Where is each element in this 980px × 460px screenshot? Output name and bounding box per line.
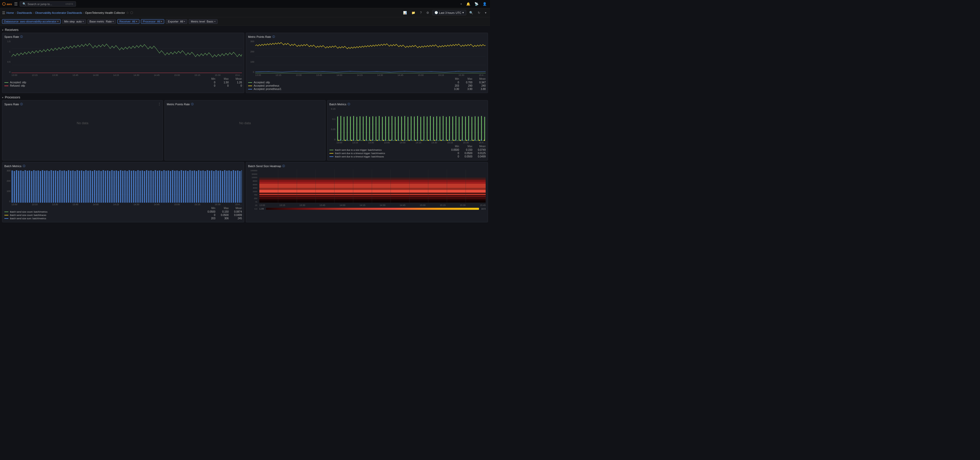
batch-metrics-right-x-axis: 13:00 13:15 13:30 13:45 14:00 14:15 14:3… <box>329 141 486 144</box>
favorite-icon[interactable]: ☆ <box>126 11 129 14</box>
nav-bar: ☰ Home › Dashboards › Observability Acce… <box>0 8 490 17</box>
svg-rect-184 <box>68 170 69 203</box>
svg-rect-248 <box>207 170 208 203</box>
svg-rect-146 <box>436 139 437 141</box>
svg-rect-108 <box>345 140 345 141</box>
svg-rect-286 <box>259 200 486 201</box>
plus-button[interactable]: + <box>459 1 463 6</box>
heatmap-y-axis: 100000 30000 10000 8000 6000 4000 2000 7… <box>248 170 258 210</box>
svg-rect-220 <box>146 170 147 203</box>
search-bar[interactable]: 🔍 Search or jump to... cmd+k <box>20 1 76 6</box>
batch-metrics-bottom-info-icon[interactable]: ⓘ <box>23 164 25 168</box>
minstep-label: Min step <box>64 20 75 23</box>
svg-rect-119 <box>415 140 416 141</box>
svg-rect-239 <box>187 171 188 203</box>
heatmap-info-icon[interactable]: ⓘ <box>282 164 285 168</box>
home-link[interactable]: Home <box>6 11 14 14</box>
refresh-btn[interactable]: ↻ <box>476 10 482 15</box>
processor-value: All <box>157 20 160 23</box>
observability-link[interactable]: Observability Accelerator Dashboards <box>35 11 82 14</box>
svg-rect-259 <box>231 171 232 203</box>
batch-metrics-right-info-icon[interactable]: ⓘ <box>348 103 350 106</box>
svg-rect-141 <box>404 139 404 141</box>
refresh-interval-btn[interactable]: ▾ <box>484 10 488 15</box>
batch-metrics-right-title: Batch Metrics ⓘ <box>329 103 486 106</box>
svg-rect-191 <box>83 171 84 203</box>
alert-icon-btn[interactable]: 🔔 <box>465 1 472 6</box>
receiver-value: All <box>132 20 135 23</box>
receivers-spans-info-icon[interactable]: ⓘ <box>20 35 23 39</box>
svg-rect-210 <box>124 170 126 203</box>
svg-rect-229 <box>165 171 167 203</box>
svg-rect-280 <box>259 194 486 195</box>
svg-rect-255 <box>222 171 223 203</box>
svg-rect-268 <box>259 173 486 174</box>
svg-rect-190 <box>81 170 82 203</box>
processors-metric-title-text: Metric Points Rate <box>167 103 190 106</box>
processors-metric-info-icon[interactable]: ⓘ <box>191 103 194 106</box>
receivers-metric-points-title: Metric Points Rate ⓘ <box>248 35 486 39</box>
exporter-filter[interactable]: Exporter All ▾ <box>166 19 187 24</box>
receivers-section-header[interactable]: ▾ Receivers <box>2 27 488 33</box>
svg-rect-216 <box>137 170 138 203</box>
svg-rect-123 <box>441 140 441 141</box>
settings-btn[interactable]: ⚙ <box>425 10 431 15</box>
batch-metrics-bottom-y-axis: 300 200 100 0 <box>4 170 11 203</box>
hamburger-icon[interactable]: ☰ <box>14 2 18 6</box>
svg-rect-136 <box>372 139 372 141</box>
svg-rect-278 <box>259 191 486 193</box>
aws-logo: ⬡ aws <box>2 2 12 6</box>
dashboard-settings-btn[interactable]: 📊 <box>401 10 409 15</box>
batch-timeout-trigger-traces-color <box>329 156 334 157</box>
receivers-spans-y-axis: 1.5 1 0.5 0 <box>4 40 11 73</box>
nav-right: 📊 📁 ? ⚙ 🕐 Last 3 hours UTC ▾ 🔍 ↻ ▾ <box>401 10 488 15</box>
svg-rect-132 <box>346 139 347 141</box>
svg-rect-264 <box>242 170 242 203</box>
svg-rect-270 <box>259 176 486 178</box>
receivers-metric-points-title-text: Metric Points Rate <box>248 35 271 38</box>
library-btn[interactable]: 📁 <box>410 10 417 15</box>
batch-metrics-bottom-panel: Batch Metrics ⓘ 300 200 100 0 <box>2 162 244 222</box>
datasource-label: Datasource <box>4 20 18 23</box>
processor-filter[interactable]: Processor All ▾ <box>141 19 164 24</box>
user-icon-btn[interactable]: 👤 <box>481 1 488 6</box>
dashboards-link[interactable]: Dashboards <box>17 11 32 14</box>
svg-rect-275 <box>259 186 486 188</box>
bottom-row: Batch Metrics ⓘ 300 200 100 0 <box>2 162 488 222</box>
heatmap-scale-max: 10.5 <box>481 208 486 210</box>
metriclevel-filter[interactable]: Metric level Basic ▾ <box>189 19 218 24</box>
receiver-filter[interactable]: Receiver All ▾ <box>118 19 139 24</box>
svg-rect-225 <box>157 171 158 203</box>
minstep-filter[interactable]: Min step auto ▾ <box>62 19 86 24</box>
accepted-otlp-spans-color <box>4 82 8 83</box>
timezone-label: UTC <box>455 11 461 14</box>
heatmap-scale: 1.09 10.5 <box>259 208 486 210</box>
time-range-picker[interactable]: 🕐 Last 3 hours UTC ▾ <box>432 10 466 15</box>
datasource-filter[interactable]: Datasource aws-observability-accelerator… <box>2 19 60 24</box>
legend-item-batch-send-count-traces: Batch send size count: batch/traces 0 0.… <box>4 213 242 217</box>
heatmap-scale-min: 1.09 <box>259 208 264 210</box>
top-bar: ⬡ aws ☰ 🔍 Search or jump to... cmd+k + 🔔… <box>0 0 490 8</box>
accepted-prometheus-color <box>248 86 252 86</box>
svg-rect-219 <box>144 171 145 203</box>
svg-rect-150 <box>461 139 462 141</box>
rss-icon-btn[interactable]: 📡 <box>473 1 480 6</box>
svg-rect-202 <box>107 170 108 203</box>
svg-rect-222 <box>150 170 152 203</box>
svg-rect-143 <box>417 139 417 141</box>
svg-rect-228 <box>164 170 165 203</box>
basemetric-filter[interactable]: Base metric Rate ▾ <box>88 19 116 24</box>
svg-rect-137 <box>378 139 379 141</box>
share-icon[interactable]: ⬡ <box>130 11 133 14</box>
processors-section-header[interactable]: ▾ Processors <box>2 95 488 100</box>
svg-rect-129 <box>479 140 480 141</box>
processors-spans-info-icon[interactable]: ⓘ <box>20 103 23 106</box>
svg-rect-124 <box>447 140 448 141</box>
receivers-metric-info-icon[interactable]: ⓘ <box>272 35 275 39</box>
nav-hamburger[interactable]: ☰ <box>2 11 5 15</box>
exporter-label: Exporter <box>168 20 178 23</box>
processors-spans-menu[interactable]: ⋮ <box>158 102 161 106</box>
help-btn[interactable]: ? <box>418 10 423 15</box>
metriclevel-label: Metric level <box>191 20 205 23</box>
zoom-out-btn[interactable]: 🔍 <box>468 10 475 15</box>
